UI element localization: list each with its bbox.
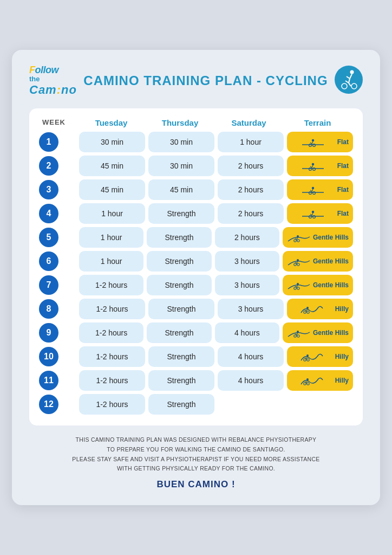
logo-follow: Follow bbox=[29, 65, 58, 76]
terrain-label: Hilly bbox=[335, 305, 349, 313]
thursday-cell: Strength bbox=[148, 346, 214, 367]
table-row: 345 min45 min2 hours Flat bbox=[39, 179, 353, 200]
table-row: 111-2 hoursStrength4 hours Hilly bbox=[39, 370, 353, 391]
svg-line-19 bbox=[310, 166, 312, 167]
table-row: 71-2 hoursStrength3 hours Gentle Hills bbox=[39, 275, 353, 295]
terrain-label: Flat bbox=[337, 162, 349, 170]
cycling-icon bbox=[335, 66, 363, 96]
saturday-cell: 4 hours bbox=[215, 322, 279, 343]
table-row: 91-2 hoursStrength4 hours Gentle Hills bbox=[39, 322, 353, 343]
svg-line-18 bbox=[312, 165, 313, 167]
svg-line-57 bbox=[305, 310, 306, 311]
svg-point-48 bbox=[297, 263, 299, 266]
terrain-cell: Flat bbox=[287, 179, 353, 200]
svg-point-77 bbox=[304, 383, 306, 385]
thursday-cell: Strength bbox=[148, 394, 214, 415]
saturday-cell: 2 hours bbox=[218, 179, 284, 200]
tuesday-cell: 1-2 hours bbox=[79, 370, 145, 391]
svg-point-55 bbox=[306, 307, 309, 309]
saturday-cell: 1 hour bbox=[218, 132, 284, 152]
thursday-cell: Strength bbox=[147, 275, 211, 295]
svg-point-78 bbox=[307, 383, 309, 385]
saturday-cell: 4 hours bbox=[218, 346, 284, 367]
svg-line-51 bbox=[295, 286, 297, 287]
terrain-cell: Hilly bbox=[287, 370, 353, 391]
svg-point-24 bbox=[312, 187, 314, 189]
logo: Follow the Cam:no bbox=[29, 65, 77, 96]
tuesday-cell: 45 min bbox=[79, 156, 145, 176]
svg-line-12 bbox=[310, 143, 312, 144]
terrain-cell: Hilly bbox=[287, 299, 353, 319]
svg-point-59 bbox=[304, 311, 306, 313]
week-badge: 5 bbox=[39, 228, 58, 247]
tuesday-cell: 45 min bbox=[79, 179, 145, 200]
svg-line-32 bbox=[312, 213, 313, 215]
tuesday-cell: 1-2 hours bbox=[79, 394, 145, 415]
svg-point-71 bbox=[304, 359, 306, 361]
week-badge: 8 bbox=[39, 299, 58, 319]
svg-point-1 bbox=[350, 70, 354, 74]
thursday-cell: Strength bbox=[147, 251, 211, 272]
terrain-icon bbox=[291, 184, 335, 196]
table-row: 245 min30 min2 hours Flat bbox=[39, 156, 353, 176]
svg-point-17 bbox=[312, 163, 314, 165]
svg-point-0 bbox=[335, 66, 363, 94]
training-table-card: WEEK Tuesday Thursday Saturday Terrain 1… bbox=[29, 108, 363, 425]
terrain-icon bbox=[287, 279, 311, 291]
svg-line-75 bbox=[305, 382, 306, 383]
page: Follow the Cam:no CAMINO TRAINING PLAN -… bbox=[12, 50, 380, 506]
terrain-icon bbox=[287, 231, 311, 243]
terrain-icon bbox=[291, 160, 335, 172]
terrain-icon bbox=[291, 375, 333, 386]
tuesday-cell: 1 hour bbox=[79, 251, 143, 272]
svg-point-65 bbox=[294, 335, 296, 337]
terrain-cell: Gentle Hills bbox=[283, 251, 353, 272]
tuesday-cell: 1-2 hours bbox=[79, 346, 145, 367]
terrain-label: Gentle Hills bbox=[313, 329, 349, 337]
logo-camino: Cam:no bbox=[29, 83, 77, 96]
table-row: 101-2 hoursStrength4 hours Hilly bbox=[39, 346, 353, 367]
week-badge: 3 bbox=[39, 180, 58, 199]
terrain-label: Gentle Hills bbox=[313, 281, 349, 289]
tuesday-cell: 1 hour bbox=[79, 227, 143, 248]
saturday-cell: 2 hours bbox=[215, 227, 279, 248]
thursday-cell: 30 min bbox=[148, 132, 214, 152]
thursday-cell: 45 min bbox=[148, 179, 214, 200]
svg-point-37 bbox=[297, 235, 299, 237]
tuesday-cell: 1-2 hours bbox=[79, 322, 143, 343]
thursday-cell: Strength bbox=[147, 322, 211, 343]
terrain-cell bbox=[287, 394, 353, 415]
week-badge: 7 bbox=[39, 275, 58, 295]
footer-note: THIS CAMINO TRAINING PLAN WAS DESIGNED W… bbox=[29, 435, 363, 474]
terrain-icon bbox=[291, 303, 333, 315]
svg-line-11 bbox=[312, 141, 313, 144]
table-row: 41 hourStrength2 hours Flat bbox=[39, 203, 353, 224]
table-row: 130 min30 min1 hour Flat bbox=[39, 132, 353, 152]
terrain-label: Flat bbox=[337, 210, 349, 217]
svg-point-53 bbox=[294, 287, 296, 289]
column-headers: WEEK Tuesday Thursday Saturday Terrain bbox=[39, 118, 353, 127]
tuesday-cell: 1 hour bbox=[79, 203, 145, 224]
week-badge: 4 bbox=[39, 204, 58, 223]
svg-point-54 bbox=[297, 287, 299, 289]
table-row: 51 hourStrength2 hours Gentle Hills bbox=[39, 227, 353, 248]
saturday-cell: 2 hours bbox=[218, 156, 284, 176]
saturday-cell: 3 hours bbox=[218, 299, 284, 319]
svg-line-26 bbox=[310, 190, 312, 191]
week-badge: 9 bbox=[39, 323, 58, 343]
svg-line-63 bbox=[295, 334, 297, 335]
terrain-label: Flat bbox=[337, 186, 349, 193]
svg-point-47 bbox=[294, 263, 296, 266]
table-row: 61 hourStrength3 hours Gentle Hills bbox=[39, 251, 353, 272]
saturday-cell: 3 hours bbox=[215, 275, 279, 295]
terrain-icon bbox=[291, 351, 333, 363]
terrain-cell: Flat bbox=[287, 156, 353, 176]
svg-point-60 bbox=[307, 311, 309, 313]
svg-point-41 bbox=[294, 240, 296, 242]
week-badge: 6 bbox=[39, 251, 58, 271]
saturday-cell: 4 hours bbox=[218, 370, 284, 391]
terrain-cell: Gentle Hills bbox=[283, 322, 353, 343]
terrain-label: Hilly bbox=[335, 353, 349, 360]
terrain-label: Gentle Hills bbox=[313, 257, 349, 265]
terrain-cell: Gentle Hills bbox=[283, 275, 353, 295]
